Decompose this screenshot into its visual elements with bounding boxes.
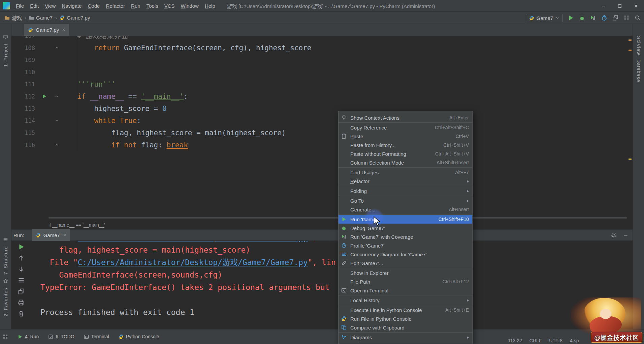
code-editor[interactable]: 107# 游戏结束界面108 return GameEndInterface(s…	[11, 36, 633, 220]
run-config-selector[interactable]: Game7	[526, 14, 563, 22]
breadcrumb-item-game7[interactable]: Game7	[29, 15, 53, 21]
menu-item-open-in-terminal[interactable]: Open in Terminal	[339, 286, 472, 295]
line-number[interactable]: 116	[11, 139, 35, 151]
rerun-button[interactable]	[18, 243, 25, 250]
settings-gear-icon[interactable]	[611, 232, 617, 238]
coverage-button[interactable]	[590, 15, 596, 21]
editor-line[interactable]: 107# 游戏结束界面	[11, 36, 633, 42]
console-file-link[interactable]: C:/Users/Administrator/Desktop/游戏/Game7/…	[78, 258, 308, 267]
menu-navigate[interactable]: Navigate	[59, 3, 85, 9]
menu-item-concurrency-diagram-for-game7[interactable]: Concurrency Diagram for 'Game7'	[339, 250, 472, 259]
line-number[interactable]: 112	[11, 90, 35, 103]
menu-item-profile-game7[interactable]: Profile 'Game7'	[339, 241, 472, 250]
fold-icon[interactable]	[55, 94, 59, 98]
grid-button[interactable]	[623, 15, 630, 21]
editor-breadcrumb[interactable]: if __name__ == '__main__'	[49, 222, 105, 228]
horizontal-scrollbar[interactable]	[49, 217, 627, 219]
line-number[interactable]: 111	[11, 78, 35, 90]
breadcrumb-item-[interactable]: 游戏	[5, 14, 22, 21]
error-stripe-mark[interactable]	[629, 39, 632, 41]
tool-button-python-console[interactable]: Python Console	[119, 334, 159, 339]
tool-button-2-favorites[interactable]: 2: Favorites	[3, 288, 8, 316]
close-button[interactable]	[628, 0, 644, 12]
menu-item-show-in-explorer[interactable]: Show in Explorer	[339, 268, 472, 277]
menu-item-execute-line-in-python-console[interactable]: Execute Line in Python ConsoleAlt+Shift+…	[339, 306, 472, 314]
console-file-link[interactable]: C:/Users/Administrator/Desktop/游戏/Game7/…	[78, 241, 308, 242]
menu-item-copy-reference[interactable]: Copy ReferenceCtrl+Alt+Shift+C	[339, 123, 472, 132]
printer-button[interactable]	[18, 299, 25, 306]
caret-position[interactable]: 113:22	[508, 338, 522, 343]
menu-item-show-context-actions[interactable]: Show Context ActionsAlt+Enter	[339, 113, 472, 122]
line-number[interactable]: 114	[11, 115, 35, 127]
line-number[interactable]: 110	[11, 66, 35, 78]
minimize-button[interactable]	[595, 0, 612, 12]
editor-line[interactable]: 108 return GameEndInterface(screen, cfg)…	[11, 42, 633, 54]
tool-button-1-project[interactable]: 1: Project	[3, 44, 8, 67]
menu-window[interactable]: Window	[178, 3, 202, 9]
editor-line[interactable]: 116 if not flag: break	[11, 139, 633, 151]
tool-button-terminal[interactable]: Terminal	[84, 334, 109, 339]
menu-item-paste[interactable]: PasteCtrl+V	[339, 132, 472, 141]
run-tab-game7[interactable]: Game7	[32, 229, 70, 241]
editor-line[interactable]: 114 while True:	[11, 115, 633, 127]
menu-help[interactable]: Help	[202, 3, 218, 9]
menu-item-compare-with-clipboard[interactable]: Compare with Clipboard	[339, 323, 472, 332]
indent-setting[interactable]: 4 sp	[570, 338, 579, 343]
run-button[interactable]	[568, 15, 574, 21]
menu-item-run-game7-with-coverage[interactable]: Run 'Game7' with Coverage	[339, 232, 472, 241]
down-button[interactable]	[18, 266, 25, 273]
tool-button-database[interactable]: Database	[636, 59, 641, 82]
menu-view[interactable]: View	[42, 3, 59, 9]
menu-item-run-file-in-python-console[interactable]: Run File in Python Console	[339, 314, 472, 323]
line-number[interactable]: 113	[11, 103, 35, 115]
restore-layout-button[interactable]	[612, 15, 618, 21]
menu-tools[interactable]: Tools	[143, 3, 161, 9]
menu-item-edit-game7[interactable]: Edit 'Game7'...	[339, 259, 472, 267]
line-number[interactable]: 108	[11, 42, 35, 54]
fold-icon[interactable]	[55, 143, 59, 147]
menu-file[interactable]: File	[13, 3, 27, 9]
hide-panel-icon[interactable]	[623, 232, 629, 238]
tab-game7-py[interactable]: Game7.py	[24, 24, 69, 36]
menu-code[interactable]: Code	[85, 3, 103, 9]
menu-edit[interactable]: Edit	[27, 3, 42, 9]
tool-button-4-run[interactable]: 4: Run	[18, 334, 39, 339]
run-tab-close-icon[interactable]	[63, 233, 67, 237]
menu-item-file-path[interactable]: File PathCtrl+Alt+F12	[339, 277, 472, 286]
profile-button[interactable]	[601, 15, 607, 21]
line-ending[interactable]: CRLF	[529, 338, 542, 343]
tool-button-7-structure[interactable]: 7: Structure	[3, 246, 8, 275]
error-stripe-mark[interactable]	[629, 159, 632, 160]
menu-vcs[interactable]: VCS	[161, 3, 178, 9]
menu-item-run-game7[interactable]: Run 'Game7'Ctrl+Shift+F10	[339, 215, 472, 224]
tool-button-6-todo[interactable]: 6: TODO	[48, 334, 74, 339]
run-console[interactable]: File "C:/Users/Administrator/Desktop/游戏/…	[11, 241, 633, 329]
line-number[interactable]: 107	[11, 36, 35, 42]
tool-button-sciview[interactable]: SciView	[636, 36, 641, 55]
line-number[interactable]: 109	[11, 54, 35, 66]
menu-refactor[interactable]: Refactor	[103, 3, 128, 9]
editor-line[interactable]: 110	[11, 66, 633, 78]
menu-run[interactable]: Run	[128, 3, 143, 9]
editor-line[interactable]: 111'''run'''	[11, 78, 633, 90]
maximize-button[interactable]	[612, 0, 628, 12]
menu-item-go-to[interactable]: Go To	[339, 196, 472, 205]
menu-item-folding[interactable]: Folding	[339, 187, 472, 195]
menu-item-find-usages[interactable]: Find UsagesAlt+F7	[339, 168, 472, 177]
search-everywhere-button[interactable]	[635, 15, 641, 21]
menu-item-column-selection-mode[interactable]: Column Selection ModeAlt+Shift+Insert	[339, 158, 472, 167]
menu-item-diagrams[interactable]: Diagrams	[339, 333, 472, 342]
menu-item-local-history[interactable]: Local History	[339, 296, 472, 305]
line-number[interactable]: 115	[11, 127, 35, 139]
menu-item-paste-from-history[interactable]: Paste from History...Ctrl+Shift+V	[339, 141, 472, 149]
breadcrumb-item-game7-py[interactable]: Game7.py	[60, 15, 90, 21]
menu-item-generate[interactable]: Generate...Alt+Insert	[339, 205, 472, 214]
toolwindow-switcher-icon[interactable]	[3, 334, 8, 339]
menu-item-debug-game7[interactable]: Debug 'Game7'	[339, 224, 472, 232]
editor-line[interactable]: 113 highest_score = 0	[11, 103, 633, 115]
up-button[interactable]	[18, 255, 25, 261]
error-stripe-mark[interactable]	[629, 50, 632, 51]
file-encoding[interactable]: UTF-8	[549, 338, 562, 343]
editor-line[interactable]: 115 flag, highest_score = main(highest_s…	[11, 127, 633, 139]
restore-button[interactable]	[18, 288, 25, 295]
